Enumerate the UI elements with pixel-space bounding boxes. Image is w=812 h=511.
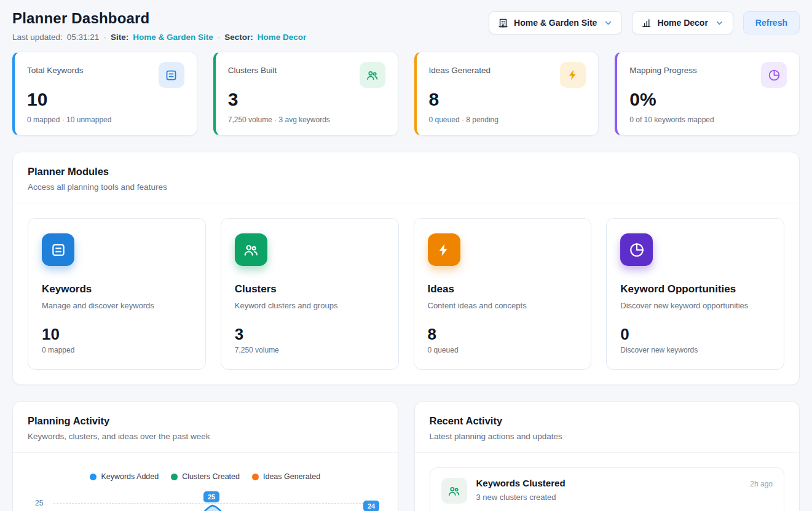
recent-activity-content: Keywords Clustered 2h ago 3 new clusters… bbox=[415, 453, 800, 511]
legend-item-keywords-added: Keywords Added bbox=[90, 472, 159, 481]
users-icon bbox=[360, 62, 385, 88]
module-card-clusters[interactable]: Clusters Keyword clusters and groups 3 7… bbox=[221, 218, 399, 370]
stat-card-top: Ideas Generated bbox=[429, 62, 586, 88]
module-value: 8 bbox=[428, 325, 578, 344]
planner-dashboard-page: Planner Dashboard Last updated: 05:31:21… bbox=[0, 0, 812, 511]
header: Planner Dashboard Last updated: 05:31:21… bbox=[12, 10, 800, 42]
module-subtext: 7,250 volume bbox=[235, 346, 385, 354]
panel-subtitle: Access all planning tools and features bbox=[28, 182, 784, 192]
module-title: Clusters bbox=[235, 283, 385, 295]
legend-dot-green bbox=[171, 474, 178, 480]
planning-activity-header: Planning Activity Keywords, clusters, an… bbox=[13, 402, 398, 453]
stats-row: Total Keywords 10 0 mapped · 10 unmapped… bbox=[12, 52, 800, 136]
stat-subtext: 0 of 10 keywords mapped bbox=[629, 115, 787, 124]
y-axis-tick: 25 bbox=[35, 499, 43, 507]
stat-card-mapping-progress: Mapping Progress 0% 0 of 10 keywords map… bbox=[615, 52, 800, 136]
stat-card-total-keywords: Total Keywords 10 0 mapped · 10 unmapped bbox=[12, 52, 197, 136]
legend-dot-orange bbox=[252, 474, 259, 480]
recent-activity-header: Recent Activity Latest planning actions … bbox=[415, 402, 800, 453]
header-left: Planner Dashboard Last updated: 05:31:21… bbox=[12, 10, 306, 42]
stat-title: Ideas Generated bbox=[429, 66, 491, 75]
chart-legend: Keywords Added Clusters Created Ideas Ge… bbox=[28, 472, 383, 481]
data-point-label: 24 bbox=[363, 501, 379, 511]
module-description: Keyword clusters and groups bbox=[235, 301, 385, 310]
sector-selector-dropdown[interactable]: Home Decor bbox=[632, 11, 733, 34]
module-title: Ideas bbox=[428, 283, 578, 295]
last-updated-value: 05:31:21 bbox=[67, 33, 100, 42]
users-icon bbox=[441, 478, 467, 504]
module-description: Manage and discover keywords bbox=[42, 301, 192, 310]
module-description: Discover new keyword opportunities bbox=[620, 301, 770, 310]
activity-description: 3 new clusters created bbox=[476, 493, 773, 502]
list-icon bbox=[159, 62, 184, 88]
module-title: Keyword Opportunities bbox=[620, 283, 770, 295]
header-controls: Home & Garden Site Home Decor Refresh bbox=[489, 11, 800, 34]
stat-value: 0% bbox=[629, 89, 787, 110]
activity-timestamp: 2h ago bbox=[750, 480, 773, 488]
module-subtext: Discover new keywords bbox=[620, 346, 770, 354]
stat-value: 10 bbox=[27, 89, 184, 110]
stat-subtext: 7,250 volume · 3 avg keywords bbox=[228, 115, 385, 124]
module-card-keyword-opportunities[interactable]: Keyword Opportunities Discover new keywo… bbox=[606, 218, 784, 370]
module-card-ideas[interactable]: Ideas Content ideas and concepts 8 0 que… bbox=[414, 218, 592, 370]
meta-separator: · bbox=[103, 33, 106, 42]
module-card-keywords[interactable]: Keywords Manage and discover keywords 10… bbox=[28, 218, 206, 370]
stat-title: Clusters Built bbox=[228, 66, 277, 75]
site-link[interactable]: Home & Garden Site bbox=[133, 33, 213, 42]
site-selector-label: Home & Garden Site bbox=[514, 18, 597, 28]
module-value: 3 bbox=[235, 325, 385, 344]
planner-modules-header: Planner Modules Access all planning tool… bbox=[13, 152, 799, 203]
data-point-label: 25 bbox=[203, 491, 219, 502]
legend-label: Ideas Generated bbox=[263, 472, 320, 481]
users-icon bbox=[235, 233, 267, 266]
legend-label: Clusters Created bbox=[182, 472, 240, 481]
planning-activity-content: Keywords Added Clusters Created Ideas Ge… bbox=[13, 453, 398, 511]
pie-chart-icon bbox=[761, 62, 787, 88]
last-updated-label: Last updated: bbox=[12, 33, 63, 42]
lightning-icon bbox=[560, 62, 586, 88]
stat-card-clusters-built: Clusters Built 3 7,250 volume · 3 avg ke… bbox=[213, 52, 398, 136]
sector-link[interactable]: Home Decor bbox=[258, 33, 307, 42]
activity-item-top: Keywords Clustered 2h ago bbox=[476, 478, 773, 488]
sector-selector-label: Home Decor bbox=[657, 18, 708, 28]
activity-list-item: Keywords Clustered 2h ago 3 new clusters… bbox=[430, 467, 785, 511]
stat-title: Mapping Progress bbox=[629, 66, 697, 75]
module-subtext: 0 mapped bbox=[42, 346, 192, 354]
pie-chart-icon bbox=[620, 233, 653, 266]
bottom-row: Planning Activity Keywords, clusters, an… bbox=[12, 401, 800, 511]
module-value: 10 bbox=[42, 325, 192, 344]
stat-value: 8 bbox=[429, 89, 586, 110]
panel-title: Recent Activity bbox=[430, 415, 785, 427]
header-meta: Last updated: 05:31:21 · Site: Home & Ga… bbox=[12, 33, 306, 42]
panel-title: Planner Modules bbox=[28, 166, 784, 177]
stat-card-top: Clusters Built bbox=[228, 62, 385, 88]
bar-chart-icon bbox=[641, 18, 652, 28]
stat-subtext: 0 mapped · 10 unmapped bbox=[27, 115, 184, 124]
module-subtext: 0 queued bbox=[428, 346, 578, 354]
legend-item-ideas-generated: Ideas Generated bbox=[252, 472, 320, 481]
panel-title: Planning Activity bbox=[28, 415, 383, 427]
chevron-down-icon bbox=[604, 18, 613, 28]
page-title: Planner Dashboard bbox=[12, 10, 306, 27]
stat-card-top: Total Keywords bbox=[27, 62, 184, 88]
site-selector-dropdown[interactable]: Home & Garden Site bbox=[489, 11, 622, 34]
module-title: Keywords bbox=[42, 283, 192, 295]
module-value: 0 bbox=[620, 325, 770, 344]
sector-label: Sector: bbox=[224, 33, 253, 42]
stat-value: 3 bbox=[228, 89, 385, 110]
meta-separator: · bbox=[218, 33, 221, 42]
legend-dot-blue bbox=[90, 474, 97, 480]
module-description: Content ideas and concepts bbox=[428, 301, 578, 310]
recent-activity-card: Recent Activity Latest planning actions … bbox=[414, 401, 800, 511]
building-icon bbox=[498, 18, 508, 28]
list-icon bbox=[42, 233, 74, 266]
panel-subtitle: Keywords, clusters, and ideas over the p… bbox=[28, 432, 383, 441]
activity-item-body: Keywords Clustered 2h ago 3 new clusters… bbox=[476, 478, 773, 502]
activity-title: Keywords Clustered bbox=[476, 478, 566, 488]
stat-title: Total Keywords bbox=[27, 66, 84, 75]
refresh-button[interactable]: Refresh bbox=[743, 11, 800, 34]
lightning-icon bbox=[428, 233, 460, 266]
planner-modules-panel: Planner Modules Access all planning tool… bbox=[12, 152, 800, 385]
stat-subtext: 0 queued · 8 pending bbox=[429, 115, 586, 124]
stat-card-top: Mapping Progress bbox=[629, 62, 787, 88]
